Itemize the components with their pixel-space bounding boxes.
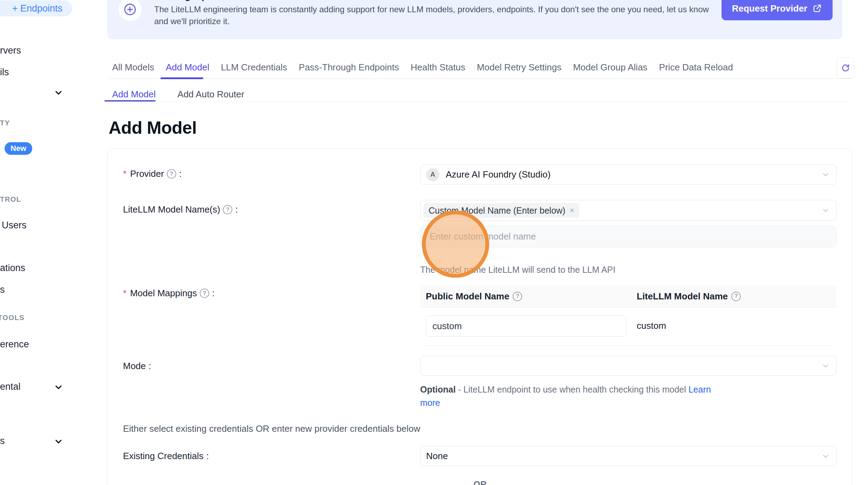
help-icon[interactable]: ? — [167, 169, 176, 179]
sidebar-item-servers[interactable]: rvers — [0, 45, 21, 56]
active-tab-underline — [160, 77, 203, 79]
sidebar-item-organizations[interactable]: ations — [0, 263, 25, 273]
chevron-down-icon — [821, 171, 830, 179]
credentials-note: Either select existing credentials OR en… — [123, 423, 420, 434]
help-icon[interactable]: ? — [513, 292, 522, 301]
public-model-name-header: Public Model Name ? — [426, 291, 522, 302]
tab-all-models[interactable]: All Models — [112, 62, 154, 73]
chevron-down-icon — [821, 362, 830, 370]
new-badge: New — [5, 142, 32, 155]
sidebar-item-models-endpoints[interactable]: + Endpoints — [0, 0, 72, 16]
tab-pass-through-endpoints[interactable]: Pass-Through Endpoints — [299, 62, 399, 73]
help-icon[interactable]: ? — [200, 289, 209, 298]
subtab-add-auto-router[interactable]: Add Auto Router — [177, 89, 244, 100]
provider-label: * Provider ? : — [123, 168, 182, 179]
sidebar-item-api-reference[interactable]: erence — [0, 339, 29, 350]
chevron-down-icon[interactable] — [54, 437, 63, 446]
click-highlight-circle — [422, 210, 489, 278]
litellm-model-name-header: LiteLLM Model Name ? — [637, 291, 741, 302]
or-divider: OR — [108, 479, 853, 485]
add-model-form-card: * Provider ? : A Azure AI Foundry (Studi… — [107, 148, 852, 485]
litellm-admin-ui: { "colors": { "accent": "#4f46e5", "butt… — [0, 0, 868, 485]
mode-select[interactable] — [420, 356, 836, 376]
sidebar-item-label: + Endpoints — [12, 3, 62, 14]
sidebar-item-guardrails[interactable]: ils — [0, 67, 9, 78]
models-tab-bar: All Models Add Model LLM Credentials Pas… — [107, 56, 852, 79]
request-provider-button[interactable]: Request Provider — [722, 0, 833, 20]
public-model-name-input[interactable] — [426, 316, 626, 337]
refresh-button[interactable] — [837, 57, 854, 78]
sidebar-item-settings[interactable]: s — [0, 436, 5, 446]
sidebar-section-header: TOOLS — [0, 314, 25, 322]
sidebar-item-experimental[interactable]: ental — [0, 381, 21, 392]
add-model-subtabs: Add Model Add Auto Router — [112, 87, 244, 102]
tab-llm-credentials[interactable]: LLM Credentials — [221, 62, 287, 73]
chevron-down-icon — [821, 206, 830, 215]
model-mappings-label: * Model Mappings ? : — [123, 288, 214, 299]
active-subtab-underline — [104, 100, 156, 102]
sidebar-section-header: TY — [0, 119, 10, 127]
existing-credentials-value: None — [426, 451, 448, 462]
model-names-label: LiteLLM Model Name(s) ? : — [123, 204, 238, 215]
plus-circle-icon — [118, 0, 142, 21]
provider-select[interactable]: A Azure AI Foundry (Studio) — [420, 165, 836, 185]
help-icon[interactable]: ? — [223, 205, 232, 214]
mode-hint-text: Optional - LiteLLM endpoint to use when … — [420, 383, 715, 409]
mappings-table-header: Public Model Name ? LiteLLM Model Name ? — [420, 285, 836, 307]
tab-model-retry-settings[interactable]: Model Retry Settings — [477, 62, 561, 73]
chevron-down-icon[interactable] — [54, 382, 63, 392]
tab-price-data-reload[interactable]: Price Data Reload — [659, 62, 733, 73]
subtab-divider — [107, 101, 852, 102]
page-title: Add Model — [109, 118, 197, 138]
missing-provider-banner: Missing a provider? The LiteLLM engineer… — [107, 0, 842, 39]
tab-divider — [107, 78, 852, 79]
provider-value: Azure AI Foundry (Studio) — [446, 169, 551, 180]
help-icon[interactable]: ? — [731, 292, 741, 301]
litellm-model-name-value: custom — [637, 320, 666, 331]
request-provider-label: Request Provider — [732, 3, 807, 14]
model-names-multiselect[interactable]: Custom Model Name (Enter below) × — [420, 200, 836, 221]
mode-label: Mode : — [123, 361, 151, 372]
close-icon[interactable]: × — [569, 206, 574, 215]
external-link-icon — [812, 4, 822, 13]
subtab-add-model[interactable]: Add Model — [112, 89, 156, 100]
required-marker: * — [123, 168, 127, 179]
tab-add-model[interactable]: Add Model — [166, 62, 209, 73]
existing-credentials-select[interactable]: None — [420, 446, 836, 466]
sidebar: + Endpoints rvers ils TY New TROL Users … — [0, 0, 81, 485]
tab-health-status[interactable]: Health Status — [411, 62, 465, 73]
sidebar-item-users[interactable]: Users — [2, 220, 27, 231]
table-row-divider — [420, 345, 836, 346]
required-marker: * — [123, 288, 127, 299]
tab-model-group-alias[interactable]: Model Group Alias — [573, 62, 647, 73]
chevron-down-icon — [821, 452, 830, 460]
sidebar-item-teams[interactable]: s — [0, 284, 5, 295]
sidebar-section-header: TROL — [0, 195, 21, 203]
chevron-down-icon[interactable] — [54, 88, 63, 98]
banner-title: Missing a provider? — [154, 0, 247, 1]
provider-avatar: A — [426, 168, 439, 181]
banner-description: The LiteLLM engineering team is constant… — [154, 4, 718, 27]
refresh-icon — [841, 63, 850, 72]
existing-credentials-label: Existing Credentials : — [123, 451, 209, 462]
